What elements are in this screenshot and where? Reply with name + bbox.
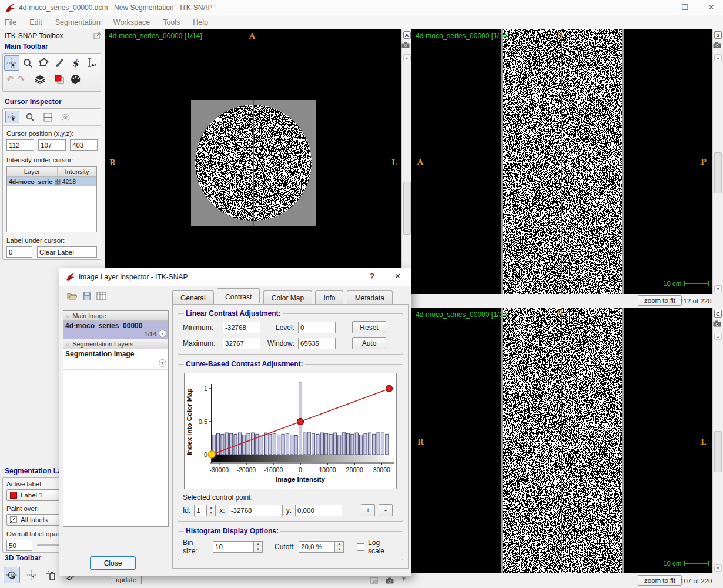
layer-item-segmentation[interactable]: Segmentation Image ▾ [63,349,168,370]
menu-segmentation[interactable]: Segmentation [55,18,101,26]
coronal-screenshot-camera-icon[interactable] [713,320,723,330]
cursor-z-field[interactable] [70,139,98,151]
point-id-spinner[interactable]: ▲▼ [207,505,216,516]
table-row[interactable]: 4d-moco_series_... 4218 [7,177,96,186]
minimum-field[interactable] [223,322,260,333]
annotation-tool-button[interactable]: Ab [83,55,99,71]
coronal-scroll-up-arrow[interactable]: ▲ [714,333,722,340]
maximize-button[interactable]: ☐ [673,0,697,15]
col-layer[interactable]: Layer [7,167,58,176]
level-field[interactable] [298,322,336,333]
cursor-x-field[interactable] [6,139,34,151]
layer-item-main-image[interactable]: 4d-moco_series_00000 1/14 ▾ [63,321,168,339]
sagittal-panel-letter[interactable]: S [714,31,722,39]
sagittal-scroll-up-arrow[interactable]: ▲ [714,54,722,61]
sagittal-viewport[interactable]: 4d-moco_series_00000 [1/14] S A P 10 cm [411,29,712,294]
tab-contrast[interactable]: Contrast [217,288,260,303]
remove-point-button[interactable]: - [379,504,393,516]
bin-size-spinner[interactable]: ▲▼ [254,541,263,553]
sagittal-zoom-to-fit-button[interactable]: zoom to fit [638,295,682,306]
crosshair-tool-button[interactable] [4,55,19,71]
axial-scroll-up-arrow[interactable]: ▲ [403,54,411,61]
view3d-expand-chevron-icon[interactable]: ▼ [401,576,407,582]
point-x-field[interactable] [229,505,283,516]
bin-size-field[interactable] [213,541,254,553]
tab-info[interactable]: Info [315,290,343,305]
reset-button[interactable]: Reset [352,321,386,333]
main-toolbar-title: Main Toolbar [5,42,48,51]
zoom-tool-button[interactable] [20,55,35,71]
axial-scroll-thumb[interactable] [403,182,411,235]
log-scale-checkbox[interactable] [357,543,364,551]
coronal-scroll-thumb[interactable] [714,431,722,472]
detach-panel-icon[interactable] [93,32,101,39]
layer-item-chevron-icon[interactable]: ▾ [159,330,166,338]
3d-trackball-tool-button[interactable] [24,567,40,583]
cutoff-field[interactable] [299,541,335,553]
inspector-tab-cursor[interactable] [5,111,19,123]
point-id-field[interactable] [194,505,207,516]
inspector-tab-zoom[interactable] [23,111,37,123]
layers-icon[interactable] [34,74,46,85]
sagittal-scroll-track[interactable] [714,64,722,282]
cutoff-spinner[interactable]: ▲▼ [335,541,344,553]
layer-group-main[interactable]: ▽ Main Image [63,311,168,321]
dialog-help-button[interactable]: ? [370,272,374,281]
col-intensity[interactable]: Intensity [58,167,96,176]
coronal-viewport[interactable]: 4d-moco_series_00000 [1/14] S R L 10 cm [411,308,712,573]
label-name-field[interactable] [37,246,97,258]
layer-item-badge: 1/14 [145,330,156,338]
dialog-close-x-button[interactable]: ✕ [394,272,401,280]
undo-icon[interactable]: ↶ [6,74,14,85]
3d-spray-tool-button[interactable] [43,567,60,583]
cursor-y-field[interactable] [38,139,66,151]
menu-workspace[interactable]: Workspace [113,18,150,26]
tab-metadata[interactable]: Metadata [347,290,393,305]
point-y-field[interactable] [295,505,342,516]
close-button[interactable]: ✕ [699,0,723,15]
layer-grid-icon[interactable] [96,292,106,300]
sagittal-screenshot-camera-icon[interactable] [713,42,723,51]
coronal-panel-letter[interactable]: C [714,310,722,318]
menu-help[interactable]: Help [193,18,208,26]
menu-tools[interactable]: Tools [163,18,180,26]
sagittal-scroll-thumb[interactable] [714,152,722,193]
coronal-scroll-track[interactable] [714,343,722,562]
view3d-update-button[interactable]: update [111,575,142,584]
tab-general[interactable]: General [172,290,214,305]
menu-edit[interactable]: Edit [29,18,42,26]
layer-group-segmentation[interactable]: ▽ Segmentation Layers [63,339,168,349]
coronal-slice-image [501,308,624,573]
add-point-button[interactable]: + [361,504,375,516]
redo-icon[interactable]: ↷ [18,74,25,85]
inspector-tab-3d-icon[interactable] [58,111,72,123]
save-layer-icon[interactable] [82,292,92,300]
polygon-tool-button[interactable] [36,55,51,71]
histogram-chart[interactable]: 10.50-30000-20000-100000100002000030000I… [184,373,397,489]
axial-panel-letter[interactable]: A [403,31,411,39]
open-layer-icon[interactable] [67,292,78,300]
3d-crosshair-tool-button[interactable] [4,567,20,583]
axial-screenshot-camera-icon[interactable] [401,42,412,51]
window-field[interactable] [298,338,336,349]
label-id-field[interactable] [6,246,32,258]
opacity-field[interactable] [6,540,32,551]
paintbrush-tool-button[interactable] [52,55,67,71]
color-palette-icon[interactable] [71,74,81,85]
minimize-button[interactable]: – [645,0,669,15]
sagittal-scroll-down-arrow[interactable]: ▼ [714,285,722,292]
tab-color-map[interactable]: Color Map [263,290,312,305]
seg-layer-chevron-icon[interactable]: ▾ [159,359,166,367]
inspector-tab-display-layout[interactable] [41,111,55,123]
view3d-screenshot-camera-icon[interactable] [386,577,394,584]
menu-file[interactable]: File [5,18,16,26]
snake-tool-button[interactable]: $ [68,55,83,71]
view3d-panel-icon[interactable]: 3d [370,577,378,584]
label-editor-icon[interactable] [54,74,65,85]
coronal-zoom-to-fit-button[interactable]: zoom to fit [638,575,682,586]
auto-button[interactable]: Auto [352,337,386,349]
dialog-close-button[interactable]: Close [90,556,136,570]
title-bar: 4d-moco_series_00000.dcm - New Segmentat… [0,0,723,15]
maximum-field[interactable] [223,338,260,349]
coronal-scroll-down-arrow[interactable]: ▼ [714,564,722,572]
